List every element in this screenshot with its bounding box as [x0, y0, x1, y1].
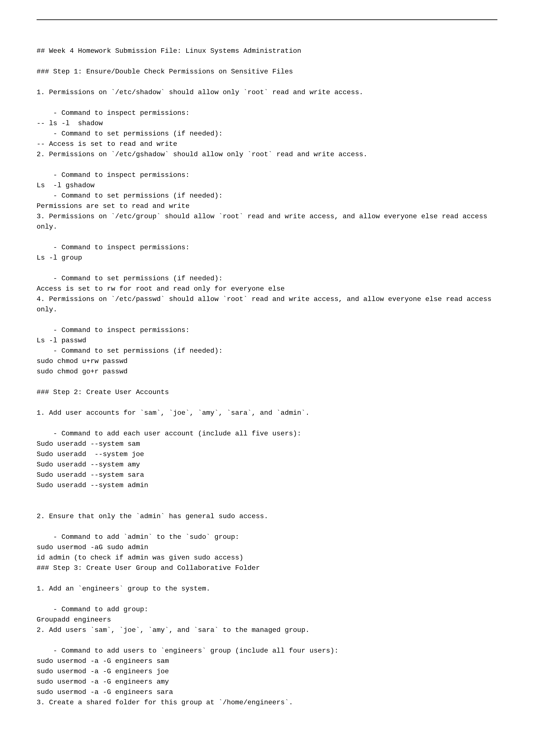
document-line: sudo usermod -a -G engineers joe: [37, 666, 497, 677]
document-line: Groupadd engineers: [37, 615, 497, 625]
document-line: ### Step 2: Create User Accounts: [37, 387, 497, 397]
document-line: [37, 77, 497, 87]
document-line: Sudo useradd --system admin: [37, 480, 497, 491]
document-line: Sudo useradd --system sam: [37, 439, 497, 449]
document-line: - Command to add users to `engineers` gr…: [37, 646, 497, 656]
document-line: Ls -l passwd: [37, 336, 497, 346]
document-line: 4. Permissions on `/etc/passwd` should a…: [37, 294, 497, 315]
document-body: ## Week 4 Homework Submission File: Linu…: [37, 46, 497, 708]
document-line: id admin (to check if admin was given su…: [37, 553, 497, 563]
document-line: ### Step 1: Ensure/Double Check Permissi…: [37, 67, 497, 77]
document-line: [37, 573, 497, 584]
document-line: 1. Add user accounts for `sam`, `joe`, `…: [37, 408, 497, 418]
document-line: Sudo useradd --system amy: [37, 460, 497, 470]
top-horizontal-rule: [37, 19, 497, 20]
document-line: [37, 232, 497, 242]
document-line: 1. Permissions on `/etc/shadow` should a…: [37, 87, 497, 97]
document-line: - Command to add each user account (incl…: [37, 428, 497, 439]
document-line: - Command to set permissions (if needed)…: [37, 191, 497, 201]
document-line: -- Access is set to read and write: [37, 139, 497, 149]
document-line: sudo usermod -aG sudo admin: [37, 542, 497, 553]
document-line: sudo usermod -a -G engineers sam: [37, 656, 497, 666]
document-line: Access is set to rw for root and read on…: [37, 284, 497, 294]
document-line: ### Step 3: Create User Group and Collab…: [37, 563, 497, 573]
document-line: - Command to add `admin` to the `sudo` g…: [37, 532, 497, 542]
document-line: [37, 418, 497, 428]
document-line: - Command to inspect permissions:: [37, 170, 497, 180]
document-line: 2. Permissions on `/etc/gshadow` should …: [37, 149, 497, 160]
document-line: [37, 522, 497, 532]
document-line: [37, 315, 497, 325]
document-line: [37, 97, 497, 108]
document-line: - Command to set permissions (if needed)…: [37, 273, 497, 284]
document-line: - Command to set permissions (if needed)…: [37, 346, 497, 356]
document-line: Sudo useradd --system sara: [37, 470, 497, 480]
document-line: Ls -l group: [37, 253, 497, 263]
document-line: [37, 594, 497, 604]
document-line: [37, 397, 497, 408]
document-line: sudo chmod go+r passwd: [37, 366, 497, 377]
document-line: - Command to set permissions (if needed)…: [37, 129, 497, 139]
document-line: [37, 56, 497, 67]
document-line: Sudo useradd --system joe: [37, 449, 497, 460]
document-line: - Command to inspect permissions:: [37, 108, 497, 118]
document-line: - Command to add group:: [37, 604, 497, 615]
document-line: [37, 160, 497, 170]
document-line: 1. Add an `engineers` group to the syste…: [37, 584, 497, 594]
document-line: sudo usermod -a -G engineers amy: [37, 677, 497, 687]
document-line: ## Week 4 Homework Submission File: Linu…: [37, 46, 497, 56]
document-line: [37, 491, 497, 501]
document-line: Ls -l gshadow: [37, 180, 497, 191]
document-line: - Command to inspect permissions:: [37, 325, 497, 336]
document-line: 3. Permissions on `/etc/group` should al…: [37, 211, 497, 232]
document-line: [37, 635, 497, 646]
document-line: 2. Ensure that only the `admin` has gene…: [37, 511, 497, 522]
document-line: - Command to inspect permissions:: [37, 242, 497, 253]
document-line: [37, 377, 497, 387]
document-line: 2. Add users `sam`, `joe`, `amy`, and `s…: [37, 625, 497, 635]
document-line: 3. Create a shared folder for this group…: [37, 697, 497, 708]
document-line: [37, 263, 497, 273]
document-line: -- ls -l shadow: [37, 118, 497, 129]
document-line: Permissions are set to read and write: [37, 201, 497, 211]
document-line: sudo chmod u+rw passwd: [37, 356, 497, 366]
document-line: sudo usermod -a -G engineers sara: [37, 687, 497, 697]
document-line: [37, 501, 497, 511]
